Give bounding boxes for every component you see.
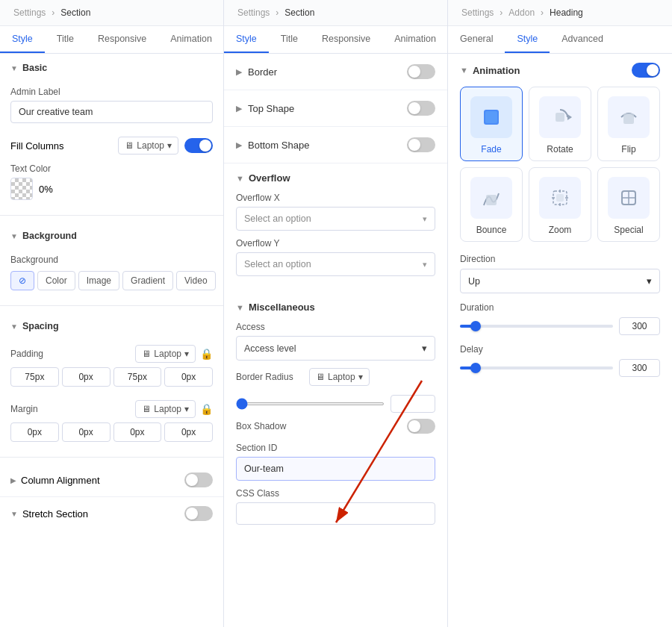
bounce-icon bbox=[478, 184, 505, 211]
breadcrumb-settings[interactable]: Settings bbox=[13, 7, 46, 18]
section-id-input[interactable] bbox=[236, 457, 435, 481]
right-panel: Settings › Addon › Heading General Style… bbox=[448, 0, 672, 627]
overflow-y-value: Select an option bbox=[244, 259, 311, 269]
margin-top[interactable] bbox=[10, 422, 59, 442]
background-group: Background ⊘ Color Image Gradient Video bbox=[0, 250, 223, 299]
breadcrumb-section: Section bbox=[60, 7, 90, 18]
anim-card-bounce[interactable]: Bounce bbox=[460, 167, 523, 242]
padding-right[interactable] bbox=[62, 367, 111, 387]
margin-left[interactable] bbox=[164, 422, 213, 442]
delay-section: Delay bbox=[448, 344, 672, 386]
bg-image-option[interactable]: Image bbox=[78, 271, 119, 290]
background-section-header[interactable]: ▼ Background bbox=[0, 222, 223, 250]
duration-value[interactable] bbox=[619, 317, 660, 335]
stretch-section-toggle[interactable] bbox=[184, 506, 213, 521]
bg-none-option[interactable]: ⊘ bbox=[10, 271, 34, 290]
padding-device-label: Laptop bbox=[154, 349, 181, 359]
margin-lock-icon[interactable]: 🔒 bbox=[200, 403, 213, 415]
bottom-shape-row: ▶ Bottom Shape bbox=[224, 127, 447, 163]
delay-thumb[interactable] bbox=[470, 363, 481, 373]
border-radius-slider[interactable] bbox=[236, 402, 385, 405]
anim-card-zoom[interactable]: Zoom bbox=[529, 167, 591, 242]
padding-bottom[interactable] bbox=[113, 367, 162, 387]
text-color-preview[interactable] bbox=[10, 178, 33, 200]
right-bc-addon[interactable]: Addon bbox=[508, 7, 535, 18]
flip-icon bbox=[615, 104, 642, 131]
border-radius-row: Border Radius 🖥 Laptop ▾ bbox=[236, 368, 435, 386]
access-select[interactable]: Access level ▾ bbox=[236, 336, 435, 361]
anim-card-flip[interactable]: Flip bbox=[597, 87, 660, 161]
middle-bc-sep: › bbox=[276, 7, 279, 18]
bg-color-option[interactable]: Color bbox=[37, 271, 75, 290]
background-arrow-icon: ▼ bbox=[10, 232, 18, 240]
tab-general-right[interactable]: General bbox=[448, 26, 505, 53]
fill-columns-device-label: Laptop bbox=[137, 140, 164, 151]
right-breadcrumb: Settings › Addon › Heading bbox=[448, 0, 672, 26]
top-shape-toggle[interactable] bbox=[407, 101, 435, 116]
tab-style-middle[interactable]: Style bbox=[224, 26, 269, 53]
tab-animation-left[interactable]: Animation bbox=[158, 26, 224, 53]
css-class-input[interactable] bbox=[236, 502, 435, 525]
overflow-x-select[interactable]: Select an option ▾ bbox=[236, 207, 435, 231]
margin-bottom[interactable] bbox=[113, 422, 162, 442]
overflow-arrow-icon: ▼ bbox=[236, 174, 244, 183]
right-bc-settings[interactable]: Settings bbox=[461, 7, 494, 18]
overflow-x-chevron: ▾ bbox=[423, 214, 427, 224]
box-shadow-toggle[interactable] bbox=[407, 419, 435, 434]
basic-label: Basic bbox=[22, 63, 47, 73]
misc-title: ▼ Miscellaneous bbox=[236, 302, 435, 313]
breadcrumb-sep1: › bbox=[52, 7, 55, 18]
basic-section-header[interactable]: ▼ Basic bbox=[0, 54, 223, 82]
duration-track bbox=[460, 325, 613, 328]
admin-label-input[interactable] bbox=[10, 101, 213, 123]
middle-panel-content: ▶ Border ▶ Top Shape ▶ Bottom Shape bbox=[224, 54, 447, 627]
margin-right[interactable] bbox=[62, 422, 111, 442]
tab-responsive-middle[interactable]: Responsive bbox=[310, 26, 382, 53]
delay-track bbox=[460, 366, 613, 369]
delay-value[interactable] bbox=[619, 359, 660, 377]
svg-rect-5 bbox=[556, 113, 564, 122]
duration-thumb[interactable] bbox=[470, 321, 481, 331]
column-alignment-toggle[interactable] bbox=[184, 472, 213, 487]
anim-bounce-label: Bounce bbox=[476, 225, 507, 235]
tab-animation-middle[interactable]: Animation bbox=[382, 26, 448, 53]
tab-title-left[interactable]: Title bbox=[45, 26, 86, 53]
border-radius-value[interactable] bbox=[391, 395, 435, 413]
middle-bc-settings[interactable]: Settings bbox=[237, 7, 270, 18]
margin-inputs bbox=[10, 422, 213, 442]
bg-video-option[interactable]: Video bbox=[176, 271, 215, 290]
border-arrow-icon: ▶ bbox=[236, 67, 242, 77]
stretch-section-label: Stretch Section bbox=[22, 508, 88, 520]
tab-advanced-right[interactable]: Advanced bbox=[550, 26, 615, 53]
anim-card-rotate[interactable]: Rotate bbox=[529, 87, 591, 161]
anim-card-special[interactable]: Special bbox=[597, 167, 660, 242]
direction-select[interactable]: Up ▾ bbox=[460, 269, 660, 293]
padding-lock-icon[interactable]: 🔒 bbox=[200, 348, 213, 360]
padding-device[interactable]: 🖥 Laptop ▾ bbox=[135, 345, 196, 363]
top-shape-label: Top Shape bbox=[248, 103, 294, 114]
animation-toggle[interactable] bbox=[632, 63, 660, 78]
bg-gradient-option[interactable]: Gradient bbox=[122, 271, 173, 290]
access-value: Access level bbox=[244, 343, 296, 354]
tab-responsive-left[interactable]: Responsive bbox=[86, 26, 158, 53]
tab-style-left[interactable]: Style bbox=[0, 26, 45, 53]
overflow-y-select[interactable]: Select an option ▾ bbox=[236, 252, 435, 276]
padding-left[interactable] bbox=[164, 367, 213, 387]
padding-top[interactable] bbox=[10, 367, 59, 387]
border-radius-device[interactable]: 🖥 Laptop ▾ bbox=[309, 368, 370, 386]
fade-icon bbox=[478, 104, 505, 131]
left-tabs: Style Title Responsive Animation bbox=[0, 26, 223, 54]
fill-columns-device[interactable]: 🖥 Laptop ▾ bbox=[118, 137, 178, 155]
left-breadcrumb: Settings › Section bbox=[0, 0, 223, 26]
margin-laptop-icon: 🖥 bbox=[142, 404, 151, 414]
overflow-y-group: Overflow Y Select an option ▾ bbox=[236, 238, 435, 276]
bottom-shape-toggle[interactable] bbox=[407, 137, 435, 152]
spacing-section-header[interactable]: ▼ Spacing bbox=[0, 312, 223, 340]
border-toggle[interactable] bbox=[407, 64, 435, 79]
tab-title-middle[interactable]: Title bbox=[269, 26, 310, 53]
fill-columns-toggle[interactable] bbox=[184, 138, 213, 153]
margin-device[interactable]: 🖥 Laptop ▾ bbox=[135, 400, 196, 418]
bottom-shape-arrow-icon: ▶ bbox=[236, 140, 242, 150]
tab-style-right[interactable]: Style bbox=[505, 26, 550, 53]
anim-card-fade[interactable]: Fade bbox=[460, 87, 523, 161]
